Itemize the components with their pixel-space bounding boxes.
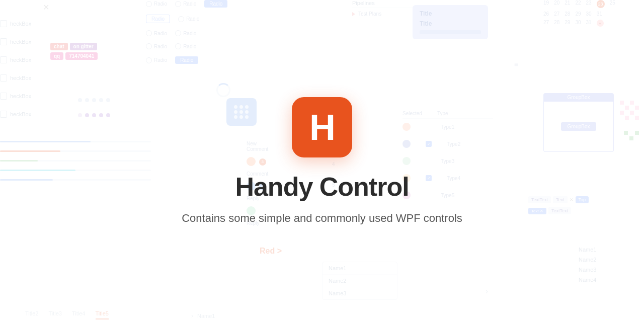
page-subtitle: Contains some simple and commonly used W… [182, 212, 462, 225]
logo-letter: H [309, 109, 335, 145]
app-logo: H [292, 97, 352, 157]
hero-content: H Handy Control Contains some simple and… [0, 0, 644, 322]
page-title: Handy Control [235, 172, 409, 202]
